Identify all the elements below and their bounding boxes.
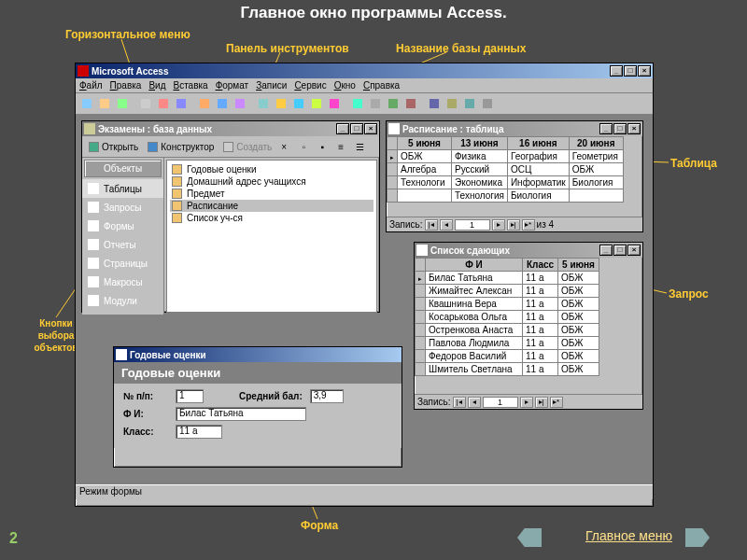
toolbar-button-8[interactable] (232, 95, 248, 112)
minimize-button[interactable]: _ (610, 65, 623, 77)
toolbar-button-20[interactable] (461, 95, 478, 112)
db-toolbar[interactable]: Открыть Конструктор Создать × ▫ ▪ ≡ ☰ (82, 136, 379, 158)
objects-item-запросы[interactable]: Запросы (82, 198, 163, 217)
menu-правка[interactable]: Правка (110, 80, 142, 91)
toolbar-button-17[interactable] (402, 95, 419, 112)
nav-next-button[interactable]: ▸ (520, 397, 533, 408)
objects-item-формы[interactable]: Формы (82, 217, 163, 235)
menu-записи[interactable]: Записи (256, 80, 287, 91)
class-field[interactable]: 11 а (176, 425, 222, 439)
nav-first-button[interactable]: |◂ (453, 397, 466, 408)
db-item[interactable]: Предмет (170, 188, 374, 200)
objects-item-макросы[interactable]: Макросы (82, 273, 163, 291)
table-row[interactable]: Косарькова Ольга11 аОБЖ (416, 311, 599, 324)
toolbar-button-11[interactable] (290, 95, 307, 112)
toolbar-button-18[interactable] (426, 95, 443, 112)
toolbar-button-1[interactable] (96, 95, 113, 112)
query-minimize-button[interactable]: _ (599, 245, 613, 256)
toolbar-button-13[interactable] (326, 95, 343, 112)
table-row[interactable]: Шмитель Светлана11 аОБЖ (416, 363, 599, 376)
nav-record-input[interactable]: 1 (455, 219, 490, 231)
table-titlebar[interactable]: Расписание : таблица _ □ × (387, 121, 642, 136)
db-maximize-button[interactable]: □ (350, 123, 363, 134)
small-icons-button[interactable]: ▪ (314, 138, 331, 155)
table-grid[interactable]: 5 июня13 июня16 июня20 июняОБЖФизикаГеог… (387, 136, 624, 203)
toolbar-button-3[interactable] (137, 95, 154, 112)
toolbar-button-0[interactable] (78, 95, 95, 112)
query-close-button[interactable]: × (627, 245, 641, 256)
toolbar-button-12[interactable] (308, 95, 325, 112)
nav-record-input[interactable]: 1 (483, 397, 518, 408)
avg-field[interactable]: 3,9 (310, 389, 344, 403)
objects-item-таблицы[interactable]: Таблицы (82, 179, 163, 198)
details-button[interactable]: ☰ (351, 138, 368, 155)
db-item[interactable]: Расписание (170, 200, 374, 212)
objects-item-модули[interactable]: Модули (82, 291, 163, 310)
nav-next-button[interactable]: ▸ (492, 219, 505, 231)
table-record-nav[interactable]: Запись: |◂ ◂ 1 ▸ ▸| ▸* из 4 (387, 217, 642, 231)
toolbar-button-4[interactable] (155, 95, 172, 112)
nav-prev-button[interactable]: ◂ (440, 219, 453, 231)
create-button[interactable]: Создать (219, 138, 275, 155)
objects-item-отчеты[interactable]: Отчеты (82, 235, 163, 254)
nav-new-button[interactable]: ▸* (522, 219, 535, 231)
toolbar-button-6[interactable] (196, 95, 213, 112)
objects-item-страницы[interactable]: Страницы (82, 254, 163, 273)
menubar[interactable]: ФайлПравкаВидВставкаФорматЗаписиСервисОк… (76, 78, 653, 93)
db-item-list[interactable]: Годовые оценкиДомашний адрес учащихсяПре… (166, 160, 377, 313)
table-row[interactable]: Квашнина Вера11 аОБЖ (416, 298, 599, 311)
db-close-button[interactable]: × (364, 123, 377, 134)
toolbar-button-2[interactable] (114, 95, 131, 112)
db-minimize-button[interactable]: _ (336, 123, 349, 134)
menu-формат[interactable]: Формат (216, 80, 249, 91)
next-slide-button[interactable] (685, 528, 710, 547)
query-record-nav[interactable]: Запись: |◂ ◂ 1 ▸ ▸| ▸* (415, 394, 642, 409)
menu-вид[interactable]: Вид (148, 80, 165, 91)
num-field[interactable]: 1 (176, 389, 204, 403)
prev-slide-button[interactable] (517, 528, 542, 547)
menu-сервис[interactable]: Сервис (294, 80, 326, 91)
db-item[interactable]: Годовые оценки (170, 163, 374, 175)
large-icons-button[interactable]: ▫ (295, 138, 312, 155)
nav-first-button[interactable]: |◂ (425, 219, 438, 231)
table-row[interactable]: АлгебраРусскийОСЦОБЖ (388, 163, 624, 176)
table-minimize-button[interactable]: _ (599, 123, 613, 134)
table-row[interactable]: Павлова Людмила11 аОБЖ (416, 337, 599, 350)
toolbar-button-9[interactable] (255, 95, 272, 112)
objects-header[interactable]: Объекты (84, 160, 162, 177)
maximize-button[interactable]: □ (624, 65, 637, 77)
name-field[interactable]: Билас Татьяна (176, 407, 306, 421)
toolbar-button-21[interactable] (479, 95, 496, 112)
menu-справка[interactable]: Справка (363, 80, 400, 91)
db-item[interactable]: Список уч-ся (170, 212, 374, 224)
main-toolbar[interactable] (76, 93, 653, 115)
query-titlebar[interactable]: Список сдающих _ □ × (415, 243, 642, 258)
db-item[interactable]: Домашний адрес учащихся (170, 175, 374, 188)
close-button[interactable]: × (638, 65, 651, 77)
query-grid[interactable]: Ф ИКласс5 июняБилас Татьяна11 аОБЖЖимайт… (415, 258, 599, 376)
table-row[interactable]: ТехнологияБиология (388, 189, 624, 203)
app-titlebar[interactable]: Microsoft Access _ □ × (76, 63, 653, 78)
toolbar-button-15[interactable] (367, 95, 384, 112)
menu-файл[interactable]: Файл (79, 80, 103, 91)
toolbar-button-5[interactable] (173, 95, 190, 112)
db-titlebar[interactable]: Экзамены : база данных _ □ × (82, 121, 379, 136)
form-titlebar[interactable]: Годовые оценки (114, 347, 402, 362)
table-row[interactable]: Жимайтес Алексан11 аОБЖ (416, 285, 599, 298)
table-row[interactable]: ОБЖФизикаГеографияГеометрия (388, 150, 624, 163)
toolbar-button-10[interactable] (273, 95, 289, 112)
main-menu-link[interactable]: Главное меню (585, 528, 672, 543)
table-row[interactable]: Остренкова Анаста11 аОБЖ (416, 324, 599, 337)
nav-new-button[interactable]: ▸* (550, 397, 563, 408)
toolbar-button-16[interactable] (385, 95, 402, 112)
nav-last-button[interactable]: ▸| (535, 397, 548, 408)
menu-окно[interactable]: Окно (334, 80, 356, 91)
design-button[interactable]: Конструктор (144, 138, 218, 155)
open-button[interactable]: Открыть (85, 138, 142, 155)
table-maximize-button[interactable]: □ (613, 123, 627, 134)
table-row[interactable]: Федоров Василий11 аОБЖ (416, 350, 599, 363)
list-button[interactable]: ≡ (332, 138, 349, 155)
table-row[interactable]: Билас Татьяна11 аОБЖ (416, 272, 599, 285)
table-close-button[interactable]: × (627, 123, 641, 134)
toolbar-button-14[interactable] (349, 95, 366, 112)
